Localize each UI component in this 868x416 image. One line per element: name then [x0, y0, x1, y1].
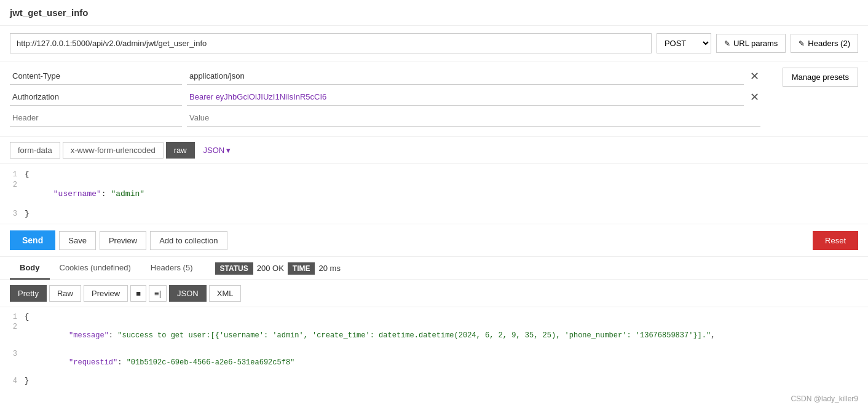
action-bar: Send Save Preview Add to collection Rese… [0, 224, 868, 257]
header-value-content-type[interactable] [187, 68, 744, 85]
tab-raw[interactable]: raw [166, 142, 195, 159]
preview-resp-button[interactable]: Preview [84, 285, 128, 302]
resp-line-2: 2 "message": "success to get user:[{'use… [0, 322, 868, 349]
tab-urlencoded[interactable]: x-www-form-urlencoded [63, 142, 164, 159]
url-params-button[interactable]: ✎ URL params [716, 34, 786, 53]
pretty-button[interactable]: Pretty [10, 285, 47, 302]
remove-header-authorization[interactable]: ✕ [749, 90, 760, 104]
url-params-label: URL params [733, 39, 778, 48]
response-toolbar: Pretty Raw Preview ■ ≡| JSON XML [0, 280, 868, 307]
save-button[interactable]: Save [59, 231, 96, 250]
edit-icon: ✎ [724, 39, 730, 48]
reset-button[interactable]: Reset [813, 231, 858, 250]
chevron-down-icon: ▾ [226, 146, 231, 155]
method-select[interactable]: POST GET PUT DELETE [657, 33, 711, 53]
line-num-3: 3 [0, 210, 25, 218]
status-value: 200 OK [257, 264, 284, 273]
code-brace-close: } [25, 209, 30, 218]
header-row-content-type: ✕ [10, 68, 760, 85]
edit-icon2: ✎ [799, 39, 805, 48]
tab-body[interactable]: Body [10, 257, 50, 280]
response-body: 1 { 2 "message": "success to get user:[{… [0, 307, 868, 391]
headers-section: ✕ ✕ Manage presets [0, 61, 868, 137]
indent-icon-button[interactable]: ≡| [149, 285, 167, 302]
json-format-dropdown[interactable]: JSON ▾ [197, 143, 237, 158]
json-button[interactable]: JSON [169, 285, 207, 302]
time-value: 20 ms [318, 264, 340, 273]
headers-button[interactable]: ✎ Headers (2) [791, 34, 858, 53]
code-brace-open: { [25, 170, 30, 179]
header-row-authorization: ✕ [10, 88, 760, 106]
line-num-2: 2 [0, 181, 25, 189]
code-line-2: 2 "username": "admin" [0, 179, 868, 208]
status-label: STATUS [215, 262, 253, 275]
remove-header-content-type[interactable]: ✕ [749, 69, 760, 83]
resp-line-1: 1 { [0, 312, 868, 322]
code-keyvalue: "username": "admin" [25, 180, 144, 208]
response-tabs: Body Cookies (undefined) Headers (5) STA… [0, 257, 868, 280]
headers-label: Headers (2) [808, 39, 850, 48]
line-num-1: 1 [0, 170, 25, 179]
header-key-content-type[interactable] [10, 68, 182, 85]
watermark: CSDN @lady_killer9 [0, 391, 868, 407]
body-tabs: form-data x-www-form-urlencoded raw JSON… [0, 137, 868, 164]
header-key-authorization[interactable] [10, 88, 182, 106]
header-value-new[interactable] [187, 109, 760, 127]
manage-presets-button[interactable]: Manage presets [783, 68, 858, 87]
resp-line-4: 4 } [0, 376, 868, 386]
resp-line-3: 3 "requestid": "01b5102c-69eb-4566-a2e6-… [0, 349, 868, 376]
time-label: TIME [288, 262, 315, 275]
request-body-editor[interactable]: 1 { 2 "username": "admin" 3 } [0, 164, 868, 224]
json-label: JSON [203, 146, 225, 155]
tab-form-data[interactable]: form-data [10, 142, 60, 159]
code-line-3: 3 } [0, 208, 868, 219]
header-row-empty [10, 109, 760, 127]
code-line-1: 1 { [0, 169, 868, 179]
send-button[interactable]: Send [10, 230, 55, 250]
tab-cookies[interactable]: Cookies (undefined) [50, 257, 141, 280]
raw-button[interactable]: Raw [49, 285, 81, 302]
preview-button[interactable]: Preview [100, 231, 146, 250]
xml-button[interactable]: XML [209, 285, 242, 302]
url-input[interactable] [10, 33, 652, 53]
tab-headers[interactable]: Headers (5) [141, 257, 203, 280]
add-collection-button[interactable]: Add to collection [150, 231, 227, 250]
url-bar: POST GET PUT DELETE ✎ URL params ✎ Heade… [0, 26, 868, 61]
stop-icon-button[interactable]: ■ [130, 285, 146, 302]
header-value-authorization[interactable] [187, 88, 744, 106]
status-badges: STATUS 200 OK TIME 20 ms [215, 262, 341, 275]
page-title: jwt_get_user_info [0, 0, 868, 26]
header-key-new[interactable] [10, 109, 182, 127]
